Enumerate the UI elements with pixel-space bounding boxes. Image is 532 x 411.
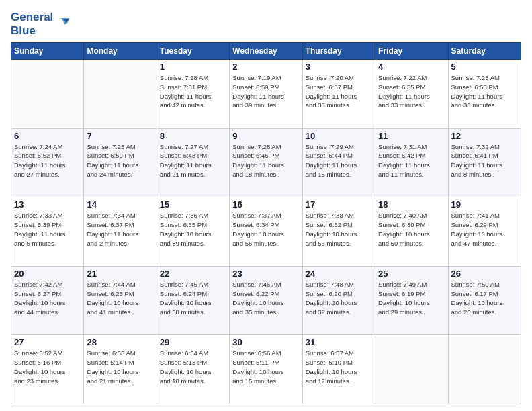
page: General Blue SundayMondayTuesdayWednesda… xyxy=(0,0,532,411)
day-number: 27 xyxy=(14,337,81,347)
day-info: Sunrise: 7:32 AMSunset: 6:41 PMDaylight:… xyxy=(451,142,518,179)
day-number: 13 xyxy=(14,199,81,210)
calendar-cell: 26Sunrise: 7:50 AMSunset: 6:17 PMDayligh… xyxy=(448,266,521,335)
calendar-cell: 30Sunrise: 6:56 AMSunset: 5:11 PMDayligh… xyxy=(230,335,302,404)
day-number: 7 xyxy=(87,131,153,141)
day-info: Sunrise: 7:40 AMSunset: 6:30 PMDaylight:… xyxy=(378,211,445,248)
day-number: 30 xyxy=(232,337,299,347)
calendar-cell: 10Sunrise: 7:29 AMSunset: 6:44 PMDayligh… xyxy=(302,128,375,197)
day-info: Sunrise: 7:46 AMSunset: 6:22 PMDaylight:… xyxy=(232,280,299,317)
calendar-cell: 25Sunrise: 7:49 AMSunset: 6:19 PMDayligh… xyxy=(375,266,448,335)
day-number: 19 xyxy=(451,199,518,210)
calendar-week-row: 27Sunrise: 6:52 AMSunset: 5:16 PMDayligh… xyxy=(11,335,521,404)
day-number: 15 xyxy=(160,199,226,210)
day-info: Sunrise: 7:24 AMSunset: 6:52 PMDaylight:… xyxy=(14,142,81,179)
calendar-cell: 11Sunrise: 7:31 AMSunset: 6:42 PMDayligh… xyxy=(375,128,448,197)
calendar-cell: 6Sunrise: 7:24 AMSunset: 6:52 PMDaylight… xyxy=(11,128,84,197)
calendar-cell: 22Sunrise: 7:45 AMSunset: 6:24 PMDayligh… xyxy=(157,266,229,335)
calendar-cell: 31Sunrise: 6:57 AMSunset: 5:10 PMDayligh… xyxy=(302,335,375,404)
calendar-table: SundayMondayTuesdayWednesdayThursdayFrid… xyxy=(11,42,521,404)
day-info: Sunrise: 6:54 AMSunset: 5:13 PMDaylight:… xyxy=(160,349,226,385)
day-info: Sunrise: 7:31 AMSunset: 6:42 PMDaylight:… xyxy=(378,142,445,179)
day-info: Sunrise: 7:34 AMSunset: 6:37 PMDaylight:… xyxy=(87,211,153,248)
calendar-cell: 18Sunrise: 7:40 AMSunset: 6:30 PMDayligh… xyxy=(375,197,448,267)
day-number: 17 xyxy=(306,199,372,210)
day-number: 18 xyxy=(378,199,445,210)
day-number: 22 xyxy=(160,269,226,279)
weekday-header-thursday: Thursday xyxy=(302,43,375,60)
calendar-cell xyxy=(375,335,448,404)
day-info: Sunrise: 7:29 AMSunset: 6:44 PMDaylight:… xyxy=(306,142,372,179)
calendar-cell: 28Sunrise: 6:53 AMSunset: 5:14 PMDayligh… xyxy=(84,335,157,404)
calendar-cell xyxy=(84,60,157,129)
calendar-cell: 19Sunrise: 7:41 AMSunset: 6:29 PMDayligh… xyxy=(448,197,521,267)
weekday-header-wednesday: Wednesday xyxy=(230,43,302,60)
calendar-cell: 12Sunrise: 7:32 AMSunset: 6:41 PMDayligh… xyxy=(448,128,521,197)
calendar-cell: 15Sunrise: 7:36 AMSunset: 6:35 PMDayligh… xyxy=(157,197,229,267)
calendar-cell: 9Sunrise: 7:28 AMSunset: 6:46 PMDaylight… xyxy=(230,128,302,197)
day-info: Sunrise: 7:45 AMSunset: 6:24 PMDaylight:… xyxy=(160,280,226,317)
calendar-cell: 3Sunrise: 7:20 AMSunset: 6:57 PMDaylight… xyxy=(302,60,375,129)
header: General Blue xyxy=(11,8,521,37)
calendar-week-row: 13Sunrise: 7:33 AMSunset: 6:39 PMDayligh… xyxy=(11,197,521,267)
day-info: Sunrise: 7:22 AMSunset: 6:55 PMDaylight:… xyxy=(378,73,445,110)
day-number: 1 xyxy=(160,62,226,72)
calendar-cell: 29Sunrise: 6:54 AMSunset: 5:13 PMDayligh… xyxy=(157,335,229,404)
day-info: Sunrise: 7:41 AMSunset: 6:29 PMDaylight:… xyxy=(451,211,518,248)
calendar-cell: 20Sunrise: 7:42 AMSunset: 6:27 PMDayligh… xyxy=(11,266,84,335)
calendar-cell: 17Sunrise: 7:38 AMSunset: 6:32 PMDayligh… xyxy=(302,197,375,267)
calendar-cell: 5Sunrise: 7:23 AMSunset: 6:53 PMDaylight… xyxy=(448,60,521,129)
calendar-cell: 8Sunrise: 7:27 AMSunset: 6:48 PMDaylight… xyxy=(157,128,229,197)
calendar-cell: 13Sunrise: 7:33 AMSunset: 6:39 PMDayligh… xyxy=(11,197,84,267)
day-info: Sunrise: 7:18 AMSunset: 7:01 PMDaylight:… xyxy=(160,73,226,110)
calendar-week-row: 6Sunrise: 7:24 AMSunset: 6:52 PMDaylight… xyxy=(11,128,521,197)
calendar-cell: 21Sunrise: 7:44 AMSunset: 6:25 PMDayligh… xyxy=(84,266,157,335)
calendar-cell xyxy=(11,60,84,129)
day-info: Sunrise: 7:50 AMSunset: 6:17 PMDaylight:… xyxy=(451,280,518,317)
day-number: 31 xyxy=(306,337,372,347)
calendar-cell: 16Sunrise: 7:37 AMSunset: 6:34 PMDayligh… xyxy=(230,197,302,267)
day-number: 25 xyxy=(378,269,445,279)
day-info: Sunrise: 7:42 AMSunset: 6:27 PMDaylight:… xyxy=(14,280,81,317)
logo: General Blue xyxy=(11,11,69,37)
calendar-cell: 1Sunrise: 7:18 AMSunset: 7:01 PMDaylight… xyxy=(157,60,229,129)
day-info: Sunrise: 7:48 AMSunset: 6:20 PMDaylight:… xyxy=(306,280,372,317)
day-number: 5 xyxy=(451,62,518,72)
calendar-cell xyxy=(448,335,521,404)
day-number: 20 xyxy=(14,269,81,279)
calendar-week-row: 1Sunrise: 7:18 AMSunset: 7:01 PMDaylight… xyxy=(11,60,521,129)
day-number: 14 xyxy=(87,199,153,210)
calendar-cell: 2Sunrise: 7:19 AMSunset: 6:59 PMDaylight… xyxy=(230,60,302,129)
weekday-header-friday: Friday xyxy=(375,43,448,60)
day-number: 3 xyxy=(306,62,372,72)
day-info: Sunrise: 7:19 AMSunset: 6:59 PMDaylight:… xyxy=(232,73,299,110)
calendar-cell: 23Sunrise: 7:46 AMSunset: 6:22 PMDayligh… xyxy=(230,266,302,335)
weekday-header-sunday: Sunday xyxy=(11,43,84,60)
day-number: 8 xyxy=(160,131,226,141)
calendar-cell: 4Sunrise: 7:22 AMSunset: 6:55 PMDaylight… xyxy=(375,60,448,129)
day-number: 26 xyxy=(451,269,518,279)
day-number: 11 xyxy=(378,131,445,141)
day-info: Sunrise: 7:38 AMSunset: 6:32 PMDaylight:… xyxy=(306,211,372,248)
day-info: Sunrise: 7:49 AMSunset: 6:19 PMDaylight:… xyxy=(378,280,445,317)
day-number: 4 xyxy=(378,62,445,72)
day-info: Sunrise: 7:44 AMSunset: 6:25 PMDaylight:… xyxy=(87,280,153,317)
day-info: Sunrise: 6:56 AMSunset: 5:11 PMDaylight:… xyxy=(232,349,299,385)
day-info: Sunrise: 6:53 AMSunset: 5:14 PMDaylight:… xyxy=(87,349,153,385)
day-number: 9 xyxy=(232,131,299,141)
day-info: Sunrise: 7:23 AMSunset: 6:53 PMDaylight:… xyxy=(451,73,518,110)
weekday-header-monday: Monday xyxy=(84,43,157,60)
weekday-header-saturday: Saturday xyxy=(448,43,521,60)
day-info: Sunrise: 7:28 AMSunset: 6:46 PMDaylight:… xyxy=(232,142,299,179)
calendar-cell: 27Sunrise: 6:52 AMSunset: 5:16 PMDayligh… xyxy=(11,335,84,404)
day-info: Sunrise: 7:20 AMSunset: 6:57 PMDaylight:… xyxy=(306,73,372,110)
day-info: Sunrise: 7:36 AMSunset: 6:35 PMDaylight:… xyxy=(160,211,226,248)
calendar-week-row: 20Sunrise: 7:42 AMSunset: 6:27 PMDayligh… xyxy=(11,266,521,335)
day-info: Sunrise: 7:25 AMSunset: 6:50 PMDaylight:… xyxy=(87,142,153,179)
day-info: Sunrise: 7:27 AMSunset: 6:48 PMDaylight:… xyxy=(160,142,226,179)
day-number: 29 xyxy=(160,337,226,347)
calendar-cell: 24Sunrise: 7:48 AMSunset: 6:20 PMDayligh… xyxy=(302,266,375,335)
calendar-cell: 14Sunrise: 7:34 AMSunset: 6:37 PMDayligh… xyxy=(84,197,157,267)
day-info: Sunrise: 6:52 AMSunset: 5:16 PMDaylight:… xyxy=(14,349,81,385)
day-info: Sunrise: 6:57 AMSunset: 5:10 PMDaylight:… xyxy=(306,349,372,385)
